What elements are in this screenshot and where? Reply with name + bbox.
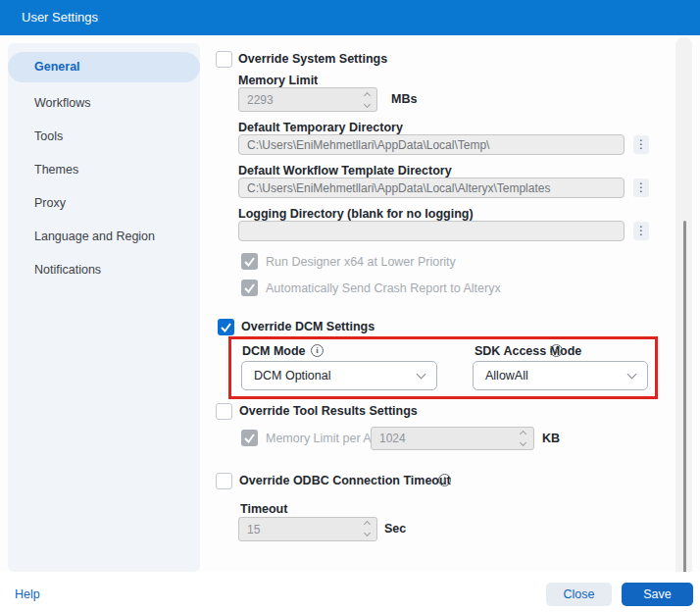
settings-sidebar: General Workflows Tools Themes Proxy Lan… — [8, 43, 200, 572]
memory-limit-label: Memory Limit — [238, 74, 318, 87]
sdk-access-mode-value: AllowAll — [485, 369, 628, 382]
override-dcm-settings-checkbox[interactable] — [218, 319, 234, 335]
spinner-down-icon[interactable] — [363, 101, 370, 108]
logging-dir-browse-button[interactable]: ⋮ — [633, 222, 649, 240]
memory-limit-anchor-unit: KB — [542, 432, 560, 445]
override-odbc-info-icon[interactable]: i — [438, 474, 451, 486]
spinner-down-icon[interactable] — [519, 439, 525, 446]
default-temp-dir-input[interactable] — [238, 134, 625, 155]
sdk-access-mode-info-icon[interactable]: i — [550, 344, 563, 357]
crash-report-label: Automatically Send Crash Report to Alter… — [266, 281, 501, 295]
spinner-up-icon[interactable] — [519, 431, 525, 437]
memory-limit-input[interactable] — [238, 87, 377, 112]
spinner-up-icon[interactable] — [363, 92, 370, 99]
sidebar-item-notifications[interactable]: Notifications — [8, 253, 200, 286]
sidebar-item-workflows[interactable]: Workflows — [8, 86, 200, 120]
default-workflow-dir-label: Default Workflow Template Directory — [238, 164, 452, 178]
dcm-mode-label: DCM Mode — [242, 344, 306, 358]
sidebar-item-general[interactable]: General — [8, 52, 200, 82]
sdk-access-mode-label: SDK Access Mode — [475, 344, 581, 358]
override-tool-results-checkbox[interactable] — [216, 403, 232, 420]
override-system-settings-checkbox[interactable] — [216, 51, 232, 68]
logging-dir-input[interactable] — [238, 221, 625, 241]
timeout-unit: Sec — [384, 522, 406, 536]
memory-limit-anchor-input[interactable] — [371, 427, 534, 450]
close-button[interactable]: Close — [546, 583, 612, 606]
help-link[interactable]: Help — [15, 587, 40, 601]
user-settings-dialog: User Settings General Workflows Tools Th… — [0, 0, 700, 612]
default-workflow-dir-browse-button[interactable]: ⋮ — [633, 178, 649, 197]
default-temp-dir-label: Default Temporary Directory — [238, 121, 403, 134]
run-designer-checkbox — [241, 253, 258, 270]
memory-limit-anchor-spinner[interactable] — [517, 432, 528, 445]
timeout-spinner[interactable] — [361, 522, 373, 536]
override-odbc-checkbox[interactable] — [216, 473, 232, 489]
logging-dir-label: Logging Directory (blank for no logging) — [238, 207, 474, 221]
run-designer-label: Run Designer x64 at Lower Priority — [266, 255, 456, 269]
sidebar-item-proxy[interactable]: Proxy — [8, 186, 200, 220]
titlebar: User Settings — [0, 0, 700, 35]
checkmark-icon — [241, 430, 258, 446]
override-odbc-label: Override ODBC Connection Timeout — [239, 474, 451, 487]
checkmark-icon — [218, 319, 234, 335]
timeout-label: Timeout — [240, 502, 287, 516]
memory-limit-anchor-checkbox — [241, 430, 258, 446]
checkmark-icon — [241, 253, 258, 270]
default-workflow-dir-input[interactable] — [238, 178, 625, 198]
chevron-down-icon — [417, 369, 426, 379]
memory-limit-spinner[interactable] — [361, 93, 373, 107]
spinner-up-icon[interactable] — [363, 521, 370, 528]
sidebar-item-language-and-region[interactable]: Language and Region — [8, 220, 200, 253]
override-tool-results-label: Override Tool Results Settings — [239, 404, 418, 418]
memory-limit-unit: MBs — [391, 92, 417, 106]
override-system-settings-label: Override System Settings — [238, 52, 387, 66]
scrollbar-thumb[interactable] — [683, 221, 686, 574]
sidebar-item-tools[interactable]: Tools — [8, 120, 200, 153]
checkmark-icon — [241, 280, 258, 296]
sidebar-item-themes[interactable]: Themes — [8, 153, 200, 186]
crash-report-checkbox — [241, 280, 258, 296]
chevron-down-icon — [627, 369, 637, 379]
save-button[interactable]: Save — [622, 583, 693, 606]
dialog-title: User Settings — [22, 0, 98, 35]
dcm-mode-value: DCM Optional — [254, 369, 418, 382]
override-dcm-settings-label: Override DCM Settings — [241, 320, 375, 333]
timeout-input[interactable] — [238, 517, 377, 541]
spinner-down-icon[interactable] — [363, 530, 370, 536]
sdk-access-mode-dropdown[interactable]: AllowAll — [473, 361, 648, 390]
default-temp-dir-browse-button[interactable]: ⋮ — [633, 135, 649, 154]
dcm-mode-info-icon[interactable]: i — [311, 344, 324, 357]
dcm-mode-dropdown[interactable]: DCM Optional — [241, 361, 437, 390]
